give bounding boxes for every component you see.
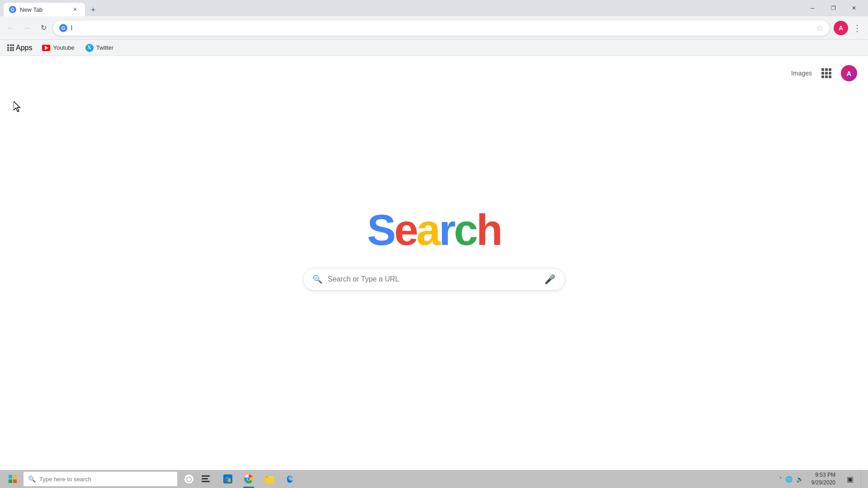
store-icon: 🎭 xyxy=(223,474,233,484)
page-top-right: Images A xyxy=(791,65,857,81)
user-avatar[interactable]: A xyxy=(841,65,857,81)
search-icon: 🔍 xyxy=(312,274,322,284)
search-logo: Search xyxy=(367,208,501,252)
taskbar-app-chrome[interactable] xyxy=(239,470,259,488)
new-tab-button[interactable]: + xyxy=(87,4,99,16)
network-icon[interactable]: 🌐 xyxy=(784,474,793,483)
images-link[interactable]: Images xyxy=(791,70,812,77)
show-desktop-button[interactable] xyxy=(861,470,864,488)
tab-group: G New Tab ✕ + xyxy=(4,0,99,16)
logo-letter-e: e xyxy=(394,206,416,254)
svg-text:🎭: 🎭 xyxy=(224,475,232,483)
active-tab[interactable]: G New Tab ✕ xyxy=(4,3,85,16)
taskbar-search-input[interactable] xyxy=(39,476,173,483)
google-apps-icon xyxy=(821,68,831,78)
edge-icon xyxy=(285,474,295,484)
logo-letter-c: c xyxy=(454,206,476,254)
tray-expand-button[interactable]: ⌃ xyxy=(778,476,783,482)
cortana-icon: ◯ xyxy=(184,474,193,483)
microphone-icon[interactable]: 🎤 xyxy=(544,274,556,285)
clock-time: 9:53 PM xyxy=(815,471,835,479)
svg-rect-8 xyxy=(265,477,274,483)
tab-close-button[interactable]: ✕ xyxy=(71,5,80,14)
system-tray: ⌃ 🌐 🔊 9:53 PM 9/29/2020 ▣ xyxy=(777,470,864,488)
browser-content: Images A Search 🔍 🎤 xyxy=(0,56,868,470)
explorer-icon xyxy=(264,474,274,484)
logo-letter-a: a xyxy=(416,206,439,254)
svg-point-6 xyxy=(248,478,250,480)
tab-favicon: G xyxy=(9,6,16,13)
title-bar: G New Tab ✕ + ─ ❐ ✕ xyxy=(0,0,868,16)
minimize-button[interactable]: ─ xyxy=(802,0,823,16)
system-clock[interactable]: 9:53 PM 9/29/2020 xyxy=(808,471,839,487)
task-view-icon xyxy=(202,475,211,483)
cortana-button[interactable]: ◯ xyxy=(181,470,197,488)
logo-letter-h: h xyxy=(476,206,501,254)
search-input[interactable] xyxy=(328,275,539,283)
taskbar-quick-icons: ◯ xyxy=(181,470,214,488)
taskbar-app-explorer[interactable] xyxy=(259,470,279,488)
start-button[interactable] xyxy=(4,470,22,488)
taskbar: 🔍 ◯ 🎭 xyxy=(0,470,868,488)
taskbar-running-apps: 🎭 xyxy=(218,470,300,488)
center-content: Search 🔍 🎤 xyxy=(0,29,868,470)
chrome-icon xyxy=(244,474,254,484)
task-view-button[interactable] xyxy=(198,470,214,488)
close-button[interactable]: ✕ xyxy=(844,0,864,16)
clock-date: 9/29/2020 xyxy=(811,479,835,487)
restore-button[interactable]: ❐ xyxy=(823,0,844,16)
windows-logo-icon xyxy=(9,475,17,483)
tray-icon-group: ⌃ 🌐 🔊 xyxy=(777,474,806,483)
taskbar-search-icon: 🔍 xyxy=(28,475,36,483)
notification-center-button[interactable]: ▣ xyxy=(841,470,859,488)
taskbar-app-edge[interactable] xyxy=(280,470,300,488)
logo-letter-r: r xyxy=(439,206,454,254)
google-apps-button[interactable] xyxy=(819,66,834,80)
window-controls: ─ ❐ ✕ xyxy=(802,0,864,16)
taskbar-app-store[interactable]: 🎭 xyxy=(218,470,238,488)
svg-rect-9 xyxy=(265,476,269,478)
logo-letter-s: S xyxy=(367,206,394,254)
taskbar-search-bar[interactable]: 🔍 xyxy=(24,472,177,486)
search-bar[interactable]: 🔍 🎤 xyxy=(303,268,565,291)
volume-icon[interactable]: 🔊 xyxy=(795,474,804,483)
search-bar-wrapper: 🔍 🎤 xyxy=(303,268,565,291)
tab-title: New Tab xyxy=(20,6,42,13)
